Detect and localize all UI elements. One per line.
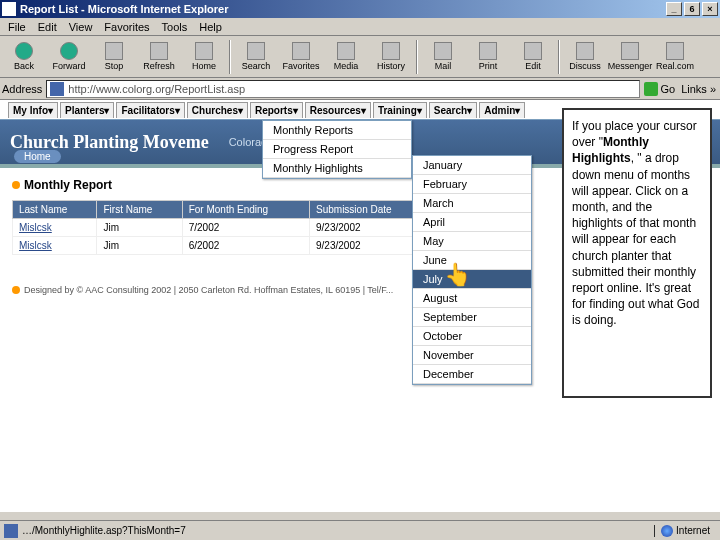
address-value: http://www.colorg.org/ReportList.asp [68,83,245,95]
menu-tools[interactable]: Tools [156,21,194,33]
mail-icon [434,42,452,60]
dd-item-progressreport[interactable]: Progress Report [263,140,411,159]
search-icon [247,42,265,60]
banner-home-button[interactable]: Home [14,150,61,163]
dd-item-monthlyreports[interactable]: Monthly Reports [263,121,411,140]
menu-file[interactable]: File [2,21,32,33]
refresh-button[interactable]: Refresh [137,38,181,76]
close-button[interactable]: × [702,2,718,16]
dd-item-monthlyhighlights[interactable]: Monthly Highlights [263,159,411,178]
tab-admin[interactable]: Admin▾ [479,102,525,118]
table-row: Mislcsk Jim 6/2002 9/23/2002 [13,237,432,255]
favorites-icon [292,42,310,60]
home-icon [195,42,213,60]
bullet-icon [12,286,20,294]
media-button[interactable]: Media [324,38,368,76]
back-button[interactable]: Back [2,38,46,76]
address-input[interactable]: http://www.colorg.org/ReportList.asp [46,80,640,98]
minimize-button[interactable]: _ [666,2,682,16]
favicon-icon [50,82,64,96]
dd-month-november[interactable]: November [413,346,531,365]
tab-resources[interactable]: Resources▾ [305,102,371,118]
col-lastname[interactable]: Last Name [13,201,97,219]
dd-month-january[interactable]: January [413,156,531,175]
table-header-row: Last Name First Name For Month Ending Su… [13,201,432,219]
favorites-button[interactable]: Favorites [279,38,323,76]
forward-button[interactable]: Forward [47,38,91,76]
address-bar: Address http://www.colorg.org/ReportList… [0,78,720,100]
messenger-button[interactable]: Messenger [608,38,652,76]
forward-icon [60,42,78,60]
realcom-button[interactable]: Real.com [653,38,697,76]
tab-training[interactable]: Training▾ [373,102,427,118]
link-lastname[interactable]: Mislcsk [19,222,52,233]
dd-month-july[interactable]: July [413,270,531,289]
status-bar: …/MonthlyHighlite.asp?ThisMonth=7 Intern… [0,520,720,540]
menu-edit[interactable]: Edit [32,21,63,33]
media-icon [337,42,355,60]
menubar: File Edit View Favorites Tools Help [0,18,720,36]
tab-facilitators[interactable]: Facilitators▾ [116,102,184,118]
tab-myinfo[interactable]: My Info▾ [8,102,58,118]
statusbar-zone: Internet [654,525,716,537]
menu-help[interactable]: Help [193,21,228,33]
print-icon [479,42,497,60]
link-lastname[interactable]: Mislcsk [19,240,52,251]
mail-button[interactable]: Mail [421,38,465,76]
tab-churches[interactable]: Churches▾ [187,102,248,118]
menu-view[interactable]: View [63,21,99,33]
dd-month-december[interactable]: December [413,365,531,384]
menu-favorites[interactable]: Favorites [98,21,155,33]
months-dropdown: January February March April May June Ju… [412,155,532,385]
address-label: Address [2,83,42,95]
realcom-icon [666,42,684,60]
report-table: Last Name First Name For Month Ending Su… [12,200,432,255]
toolbar-separator [229,40,231,74]
edit-button[interactable]: Edit [511,38,555,76]
back-icon [15,42,33,60]
dd-month-september[interactable]: September [413,308,531,327]
discuss-icon [576,42,594,60]
bullet-icon [12,181,20,189]
history-icon [382,42,400,60]
go-icon [644,82,658,96]
stop-icon [105,42,123,60]
stop-button[interactable]: Stop [92,38,136,76]
table-row: Mislcsk Jim 7/2002 9/23/2002 [13,219,432,237]
print-button[interactable]: Print [466,38,510,76]
edit-icon [524,42,542,60]
toolbar-separator [416,40,418,74]
window-title: Report List - Microsoft Internet Explore… [20,3,666,15]
maximize-button[interactable]: 6 [684,2,700,16]
messenger-icon [621,42,639,60]
dd-month-march[interactable]: March [413,194,531,213]
statusbar-icon [4,524,18,538]
toolbar: Back Forward Stop Refresh Home Search Fa… [0,36,720,78]
tab-planters[interactable]: Planters▾ [60,102,114,118]
tab-search[interactable]: Search▾ [429,102,477,118]
dd-month-august[interactable]: August [413,289,531,308]
home-button[interactable]: Home [182,38,226,76]
dd-month-may[interactable]: May [413,232,531,251]
dd-month-april[interactable]: April [413,213,531,232]
window-titlebar: Report List - Microsoft Internet Explore… [0,0,720,18]
statusbar-text: …/MonthlyHighlite.asp?ThisMonth=7 [22,525,654,536]
refresh-icon [150,42,168,60]
discuss-button[interactable]: Discuss [563,38,607,76]
go-button[interactable]: Go [644,82,675,96]
tab-reports[interactable]: Reports▾ [250,102,303,118]
globe-icon [661,525,673,537]
dd-month-october[interactable]: October [413,327,531,346]
dd-month-june[interactable]: June [413,251,531,270]
col-firstname[interactable]: First Name [97,201,182,219]
links-button[interactable]: Links » [679,83,718,95]
dd-month-february[interactable]: February [413,175,531,194]
toolbar-separator [558,40,560,74]
help-callout: If you place your cursor over "Monthly H… [562,108,712,398]
col-month[interactable]: For Month Ending [182,201,309,219]
ie-icon [2,2,16,16]
history-button[interactable]: History [369,38,413,76]
search-button[interactable]: Search [234,38,278,76]
reports-dropdown: Monthly Reports Progress Report Monthly … [262,120,412,179]
